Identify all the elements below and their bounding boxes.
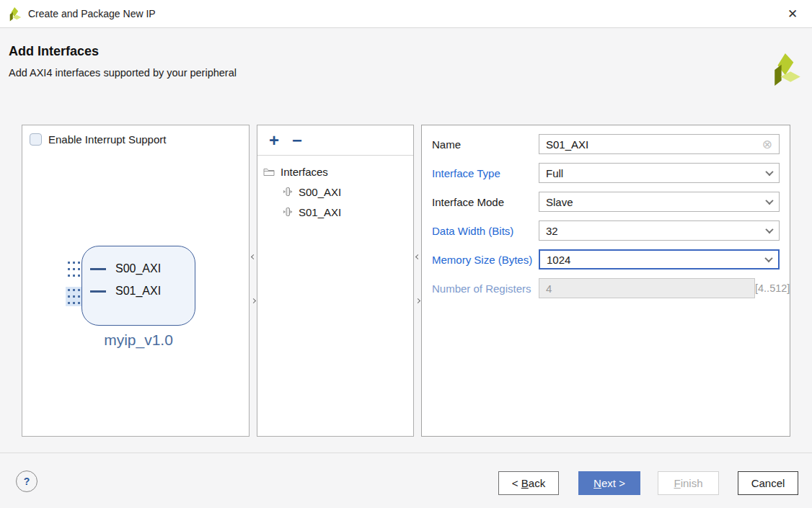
chevron-down-icon [765,168,773,176]
pin-group-s01 [66,287,82,306]
tree-node-s00-axi[interactable]: S00_AXI [263,184,407,199]
memory-size-value: 1024 [547,254,570,266]
num-registers-field-wrap [539,278,755,298]
interface-properties-panel: Name ⊗ Interface Type Full Interface Mod… [421,125,790,437]
close-icon[interactable]: ✕ [782,3,803,24]
xilinx-logo [773,52,802,89]
block-port-s00: S00_AXI [90,262,161,275]
interface-mode-row: Interface Mode Slave [432,192,780,212]
footer-divider [0,453,812,453]
interfaces-toolbar: + − [257,125,413,156]
folder-icon [263,167,275,177]
block-port-s01: S01_AXI [90,285,161,298]
num-registers-label: Number of Registers [432,282,539,295]
interface-mode-label: Interface Mode [432,196,539,208]
ip-instance-name: myip_v1.0 [81,331,195,349]
interface-type-dropdown[interactable]: Full [539,163,780,183]
num-registers-range: [4..512] [755,282,790,294]
diagram-panel: Enable Interrupt Support S00_AXI S01_AXI… [22,125,250,437]
port-stub-icon [90,268,106,270]
data-width-value: 32 [546,225,558,237]
app-logo-icon [9,6,22,22]
block-port-label: S00_AXI [115,262,161,275]
interface-type-row: Interface Type Full [432,163,780,183]
data-width-label: Data Width (Bits) [432,225,539,237]
page-title: Add Interfaces [9,44,99,59]
name-field-wrap: ⊗ [539,134,780,154]
help-button[interactable]: ? [16,471,37,492]
enable-interrupt-row: Enable Interrupt Support [30,133,166,146]
tree-node-s01-axi[interactable]: S01_AXI [263,205,407,219]
name-label: Name [432,138,539,151]
bus-interface-icon [283,207,293,217]
bus-interface-icon [283,187,293,197]
title-bar: Create and Package New IP ✕ [0,0,812,28]
memory-size-dropdown[interactable]: 1024 [539,249,780,269]
chevron-down-icon [764,254,772,262]
num-registers-input [546,282,748,295]
remove-interface-button[interactable]: − [292,133,302,148]
finish-button: Finish [658,471,719,495]
back-button[interactable]: < Back [498,471,559,495]
interface-type-label: Interface Type [432,167,539,179]
next-button[interactable]: Next > [578,471,640,495]
ip-block-diagram: S00_AXI S01_AXI [81,246,195,326]
name-row: Name ⊗ [432,134,780,154]
expand-right-icon[interactable] [250,298,257,305]
memory-size-row: Memory Size (Bytes) 1024 [432,249,780,269]
block-port-label: S01_AXI [115,285,161,298]
help-icon: ? [24,476,30,487]
enable-interrupt-checkbox[interactable] [30,133,42,146]
data-width-dropdown[interactable]: 32 [539,220,780,241]
interface-type-value: Full [546,167,563,179]
enable-interrupt-label: Enable Interrupt Support [48,133,166,146]
pin-group-s00 [66,259,82,279]
tree-node-interfaces[interactable]: Interfaces [263,164,407,179]
interface-mode-dropdown[interactable]: Slave [539,192,780,212]
tree-node-label: Interfaces [281,166,328,178]
window-title: Create and Package New IP [28,8,156,19]
interfaces-tree: Interfaces S00_AXI S01_AXI [257,156,413,219]
collapse-left-icon[interactable] [250,254,257,261]
interface-mode-value: Slave [546,196,573,208]
add-interface-button[interactable]: + [269,133,279,148]
memory-size-label: Memory Size (Bytes) [432,254,539,266]
cancel-button[interactable]: Cancel [738,471,798,495]
expand-right-icon[interactable] [414,298,421,305]
clear-icon[interactable]: ⊗ [762,138,772,151]
chevron-down-icon [765,226,773,233]
data-width-row: Data Width (Bits) 32 [432,220,780,241]
interfaces-panel: + − Interfaces S00_AXI [257,125,414,437]
collapse-left-icon[interactable] [414,254,421,261]
num-registers-row: Number of Registers [4..512] [432,278,780,298]
port-stub-icon [90,290,106,293]
name-input[interactable] [546,138,762,151]
page-subtitle: Add AXI4 interfaces supported by your pe… [9,67,237,79]
tree-node-label: S00_AXI [299,186,341,198]
chevron-down-icon [765,197,773,205]
tree-node-label: S01_AXI [299,206,341,218]
